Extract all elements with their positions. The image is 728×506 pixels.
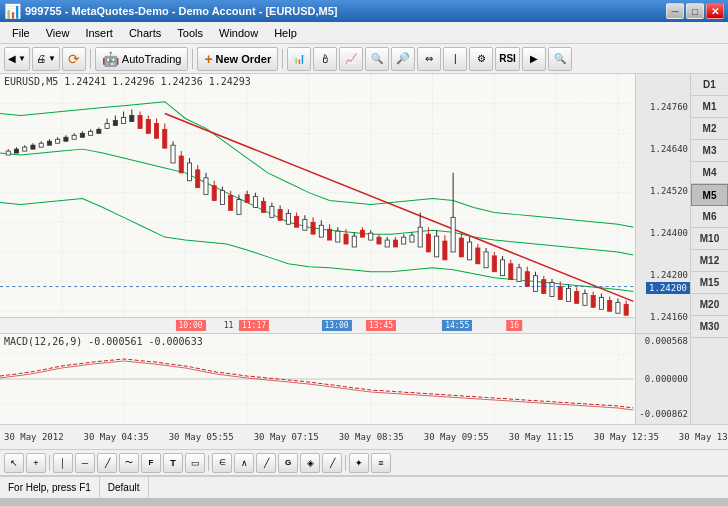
macd-chart[interactable]: MACD(12,26,9) -0.000561 -0.000633: [0, 334, 690, 424]
svg-rect-101: [336, 231, 340, 242]
svg-rect-65: [187, 163, 191, 181]
svg-rect-149: [533, 276, 537, 292]
tf-m15[interactable]: M15: [691, 272, 728, 294]
svg-rect-121: [418, 227, 422, 247]
menu-view[interactable]: View: [38, 22, 78, 43]
svg-rect-61: [171, 145, 175, 163]
tf-m4[interactable]: M4: [691, 162, 728, 184]
svg-rect-171: [624, 304, 628, 315]
svg-rect-161: [583, 293, 587, 305]
macd-level-zero: 0.000000: [645, 374, 688, 384]
tf-d1[interactable]: D1: [691, 74, 728, 96]
chart-bar-btn[interactable]: 📊: [287, 47, 311, 71]
tf-m6[interactable]: M6: [691, 206, 728, 228]
gann-tool[interactable]: G: [278, 453, 298, 473]
svg-rect-153: [550, 283, 554, 297]
trendline2-tool[interactable]: ╱: [256, 453, 276, 473]
time-label-1117: 11:17: [239, 320, 269, 331]
tf-m2[interactable]: M2: [691, 118, 728, 140]
close-button[interactable]: ✕: [706, 3, 724, 19]
tf-m30[interactable]: M30: [691, 316, 728, 338]
svg-rect-111: [377, 237, 381, 244]
chart-container[interactable]: EURUSD,M5 1.24241 1.24296 1.24236 1.2429…: [0, 74, 690, 424]
scroll-btn[interactable]: ⇔: [417, 47, 441, 71]
tf-m5[interactable]: M5: [691, 184, 728, 206]
toolbar-sep-2: [192, 49, 193, 69]
menu-window[interactable]: Window: [211, 22, 266, 43]
pitchfork-tool[interactable]: ◈: [300, 453, 320, 473]
tf-m12[interactable]: M12: [691, 250, 728, 272]
more-tools[interactable]: ✦: [349, 453, 369, 473]
settings-tool[interactable]: ≡: [371, 453, 391, 473]
channel-tool[interactable]: 〜: [119, 453, 139, 473]
refresh-icon: ⟳: [68, 51, 80, 67]
menu-charts[interactable]: Charts: [121, 22, 169, 43]
bottom-toolbar: ↖ + │ ─ ╱ 〜 F T ▭ ∈ ∧ ╱ G ◈ ╱ ✦ ≡: [0, 450, 728, 476]
neworder-icon: +: [204, 51, 212, 67]
svg-rect-137: [484, 252, 488, 268]
bt-sep-2: [208, 455, 209, 471]
menu-tools[interactable]: Tools: [169, 22, 211, 43]
neworder-button[interactable]: + New Order: [197, 47, 278, 71]
angle-tool[interactable]: ╱: [322, 453, 342, 473]
rectangle-tool[interactable]: ▭: [185, 453, 205, 473]
svg-rect-35: [64, 137, 68, 141]
svg-rect-63: [179, 156, 183, 173]
toolbar-nav-btn[interactable]: ◀ ▼: [4, 47, 30, 71]
horizontal-line-tool[interactable]: ─: [75, 453, 95, 473]
menu-help[interactable]: Help: [266, 22, 305, 43]
macd-scale: 0.000568 0.000000 -0.000862: [635, 334, 690, 424]
chart-time-overlay: 10:00 11 11:17 13:00 13:45 14:55 16: [0, 317, 635, 333]
crosshair-tool[interactable]: +: [26, 453, 46, 473]
toolbar-arrow[interactable]: ▶: [522, 47, 546, 71]
svg-rect-75: [229, 196, 233, 211]
svg-rect-157: [566, 289, 570, 302]
cursor-tool[interactable]: ↖: [4, 453, 24, 473]
svg-rect-21: [6, 151, 10, 155]
tf-m10[interactable]: M10: [691, 228, 728, 250]
menu-insert[interactable]: Insert: [77, 22, 121, 43]
zoom-in-btn[interactable]: 🔍: [365, 47, 389, 71]
elliott-wave-tool[interactable]: ∈: [212, 453, 232, 473]
zoom-out-btn[interactable]: 🔎: [391, 47, 415, 71]
period-sep-btn[interactable]: |: [443, 47, 467, 71]
candle-icon: 🕯: [319, 52, 331, 66]
chart-line-btn[interactable]: 📈: [339, 47, 363, 71]
time-label-3: 30 May 07:15: [254, 432, 319, 442]
svg-rect-87: [278, 209, 282, 220]
time-label-1000: 10:00: [175, 320, 205, 331]
svg-rect-67: [196, 170, 200, 188]
autotrading-button[interactable]: 🤖 AutoTrading: [95, 47, 189, 71]
toolbar-refresh-btn[interactable]: ⟳: [62, 47, 86, 71]
search-btn[interactable]: 🔍: [548, 47, 572, 71]
svg-rect-105: [352, 236, 356, 247]
svg-rect-43: [97, 129, 101, 133]
svg-rect-23: [14, 149, 18, 153]
text-tool[interactable]: T: [163, 453, 183, 473]
tf-m20[interactable]: M20: [691, 294, 728, 316]
time-label-7: 30 May 12:35: [594, 432, 659, 442]
tf-m1[interactable]: M1: [691, 96, 728, 118]
trendline-tool[interactable]: ╱: [97, 453, 117, 473]
price-chart[interactable]: EURUSD,M5 1.24241 1.24296 1.24236 1.2429…: [0, 74, 690, 334]
minimize-button[interactable]: ─: [666, 3, 684, 19]
svg-rect-47: [113, 120, 117, 125]
vertical-line-tool[interactable]: │: [53, 453, 73, 473]
svg-rect-115: [393, 240, 397, 247]
fib-tool[interactable]: F: [141, 453, 161, 473]
svg-rect-135: [476, 248, 480, 264]
tf-m3[interactable]: M3: [691, 140, 728, 162]
menu-file[interactable]: File: [4, 22, 38, 43]
time-label-0: 30 May 2012: [4, 432, 64, 442]
svg-rect-55: [146, 119, 150, 133]
svg-rect-91: [295, 216, 299, 227]
svg-rect-139: [492, 256, 496, 272]
svg-rect-159: [575, 291, 579, 303]
settings-btn[interactable]: ⚙: [469, 47, 493, 71]
maximize-button[interactable]: □: [686, 3, 704, 19]
rsi-btn[interactable]: RSI: [495, 47, 520, 71]
toolbar-print-btn[interactable]: 🖨 ▼: [32, 47, 60, 71]
svg-rect-125: [435, 236, 439, 257]
arrow-up-tool[interactable]: ∧: [234, 453, 254, 473]
chart-candle-btn[interactable]: 🕯: [313, 47, 337, 71]
